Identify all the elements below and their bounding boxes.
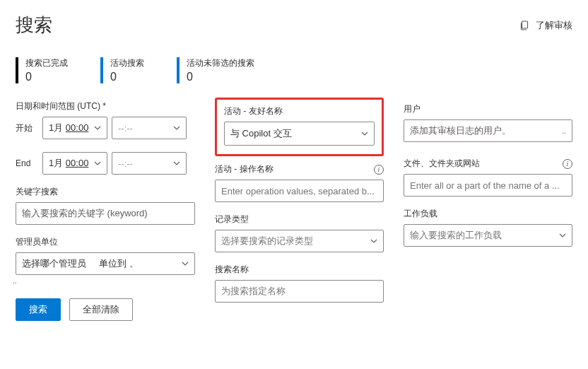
stat-unfiltered-label: 活动未筛选的搜索 <box>187 57 254 69</box>
admin-text-a: 选择哪个管理员 <box>22 257 86 270</box>
stat-active: 活动搜索 0 <box>100 57 144 83</box>
copy-icon <box>519 20 530 31</box>
info-icon[interactable]: i <box>563 159 572 169</box>
stat-unfiltered: 活动未筛选的搜索 0 <box>177 57 254 83</box>
start-date-value: 1月 00:00 <box>49 122 88 134</box>
stat-active-value: 0 <box>110 71 144 83</box>
admin-unit-select[interactable]: 选择哪个管理员 单位到 。 <box>16 252 195 275</box>
learn-audit-link[interactable]: 了解审核 <box>519 19 572 32</box>
user-label: 用户 <box>404 103 572 115</box>
keyword-input[interactable]: 输入要搜索的关键字 (keyword) <box>16 202 195 225</box>
overflow-dots: .. <box>13 277 17 289</box>
svg-rect-0 <box>522 21 528 28</box>
admin-unit-label: 管理员单位 <box>16 236 195 248</box>
search-button[interactable]: 搜索 <box>16 298 61 321</box>
friendly-name-value: 与 Copilot 交互 <box>230 127 292 140</box>
chevron-down-icon <box>94 161 101 165</box>
record-type-placeholder: 选择要搜索的记录类型 <box>221 235 313 247</box>
operation-name-input[interactable]: Enter operation values, separated b... <box>215 180 384 202</box>
page-title: 搜索 <box>16 13 52 37</box>
stats-row: 搜索已完成 0 活动搜索 0 活动未筛选的搜索 0 <box>16 57 572 83</box>
friendly-name-select[interactable]: 与 Copilot 交互 <box>224 122 375 146</box>
stat-completed: 搜索已完成 0 <box>16 57 68 83</box>
record-type-select[interactable]: 选择要搜索的记录类型 <box>215 230 384 252</box>
admin-text-b: 单位到 。 <box>99 257 139 270</box>
stat-completed-value: 0 <box>25 71 68 83</box>
search-name-label: 搜索名称 <box>215 264 384 276</box>
operation-name-placeholder: Enter operation values, separated b... <box>221 186 375 197</box>
workload-label: 工作负载 <box>404 208 572 220</box>
chevron-down-icon <box>361 131 368 136</box>
search-name-input[interactable]: 为搜索指定名称 <box>215 280 384 303</box>
file-label: 文件、文件夹或网站 <box>404 158 480 170</box>
end-date-value: 1月 00:00 <box>49 157 88 170</box>
operation-name-label: 活动 - 操作名称 <box>215 163 274 175</box>
stat-active-label: 活动搜索 <box>110 57 144 69</box>
daterange-label: 日期和时间范围 (UTC) * <box>16 100 195 112</box>
keyword-placeholder: 输入要搜索的关键字 (keyword) <box>22 207 148 220</box>
friendly-name-label: 活动 - 友好名称 <box>224 105 375 117</box>
stat-unfiltered-value: 0 <box>187 71 254 83</box>
chevron-down-icon <box>370 239 377 243</box>
chevron-down-icon <box>94 126 101 130</box>
end-label: End <box>16 158 38 168</box>
file-placeholder: Enter all or a part of the name of a ... <box>410 180 560 191</box>
start-time-picker[interactable]: --:-- <box>112 117 187 139</box>
learn-audit-label: 了解审核 <box>536 19 572 32</box>
end-time-picker[interactable]: --:-- <box>112 152 187 175</box>
search-name-placeholder: 为搜索指定名称 <box>221 285 286 298</box>
start-label: 开始 <box>16 122 38 134</box>
end-date-picker[interactable]: 1月 00:00 <box>42 152 107 175</box>
keyword-label: 关键字搜索 <box>16 186 195 198</box>
highlighted-region: 活动 - 友好名称 与 Copilot 交互 <box>215 98 384 156</box>
clear-all-button[interactable]: 全部清除 <box>69 298 133 321</box>
file-input[interactable]: Enter all or a part of the name of a ... <box>404 174 572 197</box>
start-date-picker[interactable]: 1月 00:00 <box>42 117 107 139</box>
info-icon[interactable]: i <box>374 165 384 175</box>
chevron-down-icon <box>559 233 566 238</box>
chevron-down-icon <box>182 262 189 266</box>
user-placeholder: 添加其审核日志的用户。 <box>410 124 511 137</box>
workload-placeholder: 输入要搜索的工作负载 <box>410 229 502 242</box>
chevron-down-icon <box>173 161 180 165</box>
user-input[interactable]: 添加其审核日志的用户。 .. <box>404 119 572 142</box>
chevron-down-icon <box>173 126 180 130</box>
record-type-label: 记录类型 <box>215 213 384 226</box>
overflow-dots: .. <box>562 127 566 135</box>
workload-select[interactable]: 输入要搜索的工作负载 <box>404 224 572 247</box>
end-time-placeholder: --:-- <box>118 158 133 169</box>
stat-completed-label: 搜索已完成 <box>25 57 68 69</box>
start-time-placeholder: --:-- <box>118 123 133 134</box>
